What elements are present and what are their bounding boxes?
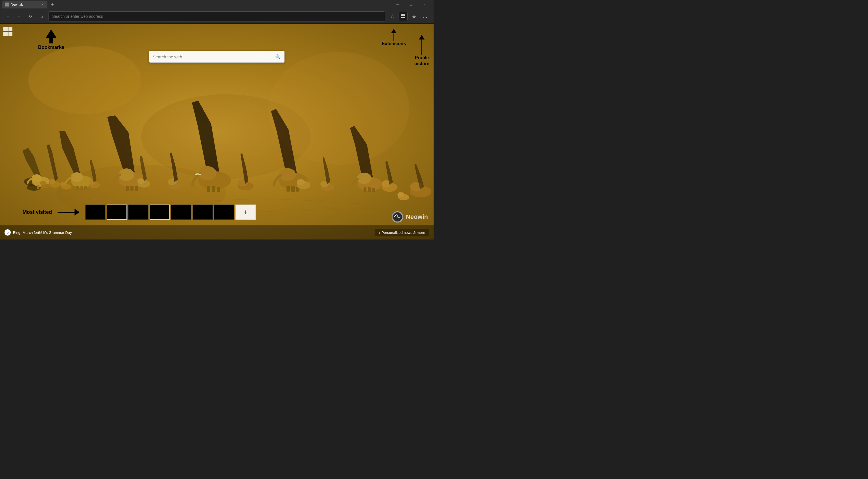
svg-rect-34: [126, 186, 129, 191]
forward-button[interactable]: →: [15, 12, 24, 21]
search-box-container: 🔍: [149, 51, 284, 63]
svg-rect-49: [286, 186, 290, 192]
window-controls: — □ ×: [391, 0, 431, 9]
svg-rect-59: [372, 188, 375, 192]
address-input[interactable]: [52, 14, 381, 19]
personalized-news-label: ↓ Personalized news & more: [378, 230, 425, 235]
svg-rect-50: [291, 186, 295, 192]
neowin-logo: [392, 211, 403, 223]
browser-toolbar: ← → ↻ ⌂ ☆ ⊕ …: [0, 9, 434, 24]
extensions-button[interactable]: ⊕: [409, 11, 419, 22]
most-visited-section: Most visited +: [0, 204, 434, 220]
svg-point-42: [198, 166, 217, 180]
svg-rect-1: [401, 14, 403, 16]
maximize-button[interactable]: □: [405, 0, 418, 9]
svg-rect-21: [76, 186, 79, 190]
address-bar[interactable]: [49, 11, 385, 22]
minimize-button[interactable]: —: [391, 0, 404, 9]
bing-logo: b Bing: [4, 229, 20, 235]
tab-close-button[interactable]: ×: [40, 2, 44, 7]
svg-point-6: [28, 46, 141, 114]
search-icon: 🔍: [275, 54, 281, 60]
new-tab-button[interactable]: +: [49, 1, 57, 8]
favorites-button[interactable]: ☆: [387, 11, 398, 22]
back-button[interactable]: ←: [3, 12, 12, 21]
svg-point-25: [49, 179, 56, 184]
bing-label: Bing: [13, 230, 20, 235]
svg-rect-2: [403, 14, 405, 16]
svg-rect-4: [403, 17, 405, 18]
svg-rect-44: [212, 186, 215, 192]
svg-rect-45: [217, 187, 220, 192]
thumbnail-1[interactable]: [85, 204, 105, 220]
thumbnail-6[interactable]: [192, 204, 213, 220]
title-bar: New tab × + — □ ×: [0, 0, 434, 9]
thumbnails-grid: +: [85, 204, 256, 220]
tab-favicon: [5, 3, 9, 6]
svg-rect-15: [37, 185, 39, 189]
svg-point-53: [297, 179, 305, 185]
most-visited-label: Most visited: [23, 209, 52, 215]
svg-rect-22: [81, 186, 83, 190]
thumbnail-2[interactable]: [107, 204, 127, 220]
profile-button[interactable]: [399, 12, 408, 21]
svg-rect-3: [401, 17, 403, 18]
grammar-day-text: March forth! It's Grammar Day: [23, 230, 72, 235]
svg-rect-43: [207, 186, 210, 192]
svg-point-67: [398, 192, 404, 197]
thumbnail-4[interactable]: [150, 204, 170, 220]
svg-rect-58: [368, 187, 371, 192]
svg-point-30: [40, 181, 46, 185]
newtab-page: Bookmarks 🔍 Extensions Profile picture M…: [0, 24, 434, 240]
svg-point-56: [357, 173, 371, 184]
svg-rect-36: [135, 186, 138, 191]
refresh-button[interactable]: ↻: [26, 12, 35, 21]
windows-start-button[interactable]: [3, 27, 12, 36]
personalized-news-button[interactable]: ↓ Personalized news & more: [375, 229, 429, 236]
more-button[interactable]: …: [420, 11, 430, 22]
tab-title: New tab: [11, 3, 23, 6]
active-tab[interactable]: New tab ×: [2, 1, 48, 8]
thumbnail-7[interactable]: [214, 204, 234, 220]
svg-point-20: [70, 172, 83, 182]
search-input[interactable]: [153, 55, 273, 59]
most-visited-arrow: [58, 209, 80, 216]
neowin-watermark: Neowin: [392, 211, 428, 223]
svg-point-28: [60, 182, 67, 186]
bing-icon: b: [4, 229, 11, 235]
thumbnail-5[interactable]: [171, 204, 191, 220]
neowin-text: Neowin: [406, 213, 428, 221]
close-button[interactable]: ×: [418, 0, 431, 9]
thumbnail-3[interactable]: [128, 204, 149, 220]
svg-rect-57: [364, 187, 366, 192]
tab-strip: New tab × +: [2, 1, 57, 8]
svg-rect-23: [84, 186, 87, 190]
bottom-bar: b Bing March forth! It's Grammar Day ↓ P…: [0, 225, 434, 240]
search-box: 🔍: [149, 51, 284, 63]
home-button[interactable]: ⌂: [37, 12, 46, 21]
add-site-button[interactable]: +: [236, 204, 256, 220]
svg-rect-35: [130, 186, 133, 191]
toolbar-right: ☆ ⊕ …: [387, 11, 430, 22]
